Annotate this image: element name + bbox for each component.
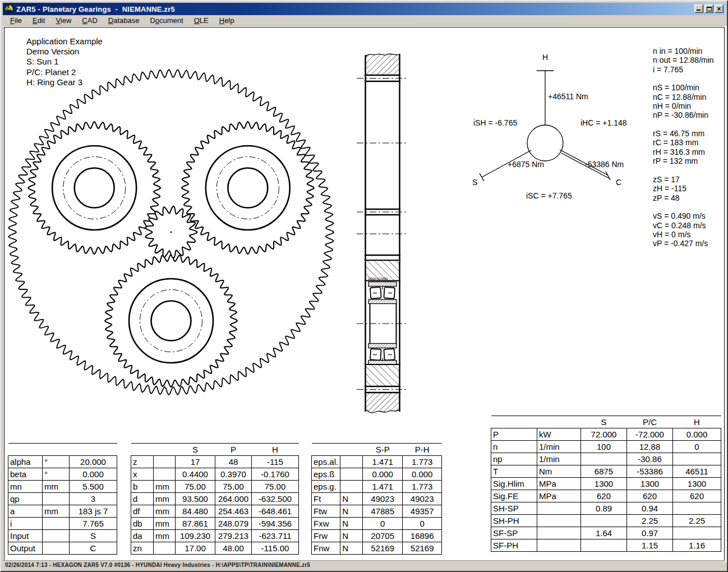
text-line: nS = 100/min [653,83,714,92]
table-cell: S [70,530,117,542]
table-cell: 48 [215,456,252,468]
table-row: FrwN2070516896 [312,530,442,542]
table-cell: 0.97 [627,527,673,539]
table-cell: 12.88 [627,441,673,453]
table-cell: 1300 [581,478,627,490]
table-cell: 75.00 [252,481,299,493]
table-row: PkW72.000-72.0000.000 [491,428,721,441]
table-cell: mm [154,530,176,542]
shaft-section-view [357,54,408,413]
table-cell: eps.al. [312,456,340,468]
text-line: rS = 46.75 mm [653,129,714,138]
table-cell: n [491,441,537,453]
table-row: zn17.0048.00-115.00 [131,542,299,555]
table-cell: Input [8,530,43,542]
table-cell: mm [154,518,176,530]
menu-database[interactable]: Database [106,16,142,25]
table-cell: z [131,456,154,468]
menu-ole[interactable]: OLE [192,16,211,25]
table-row [8,444,117,456]
table-cell: 1.16 [673,539,721,552]
table-cell: zn [131,542,154,555]
table-cell: beta [8,468,43,481]
window-controls: × [693,4,724,13]
table-cell: 20.000 [70,456,117,468]
table-cell: P/C [627,416,673,428]
table-cell [312,444,340,456]
menu-edit[interactable]: Edit [30,16,47,25]
table-cell: P [215,444,252,456]
table-cell: 20705 [363,530,403,542]
table-cell: -632.500 [252,493,299,505]
table-row: SPH [131,444,299,456]
menu-help[interactable]: Help [217,16,237,25]
minimize-button[interactable] [694,4,703,13]
menu-cad[interactable]: CAD [80,16,99,25]
table-row: SP/CH [491,416,721,428]
app-icon-graphic [4,4,13,13]
table-cell: 0.000 [363,468,403,481]
text-line: rC = 183 mm [653,138,714,147]
table-cell: 52169 [403,542,442,555]
schematic-node-s: S [472,178,477,187]
menu-document[interactable]: Document [148,16,185,25]
table-cell: SF-PH [491,539,537,552]
schematic-ratio-hc: iHC = +1.148 [580,118,627,127]
table-cell: df [131,505,154,518]
sun-center-mark [171,232,172,233]
table-cell [491,416,537,428]
app-icon [4,4,13,13]
maximize-button[interactable] [704,4,713,13]
table-row: bmm75.0075.0075.00 [131,481,299,493]
table-cell: np [491,453,537,465]
table-cell: H [673,416,721,428]
table-cell: 48.00 [215,542,252,555]
table-row: qp3 [8,493,117,505]
text-line: nH = 0/min [653,102,714,110]
table-cell: 1300 [673,478,721,490]
table-cell: 84.480 [176,505,215,518]
table-row: np1/min-30.86 [491,453,721,465]
table-cell: 49023 [403,493,442,505]
table-cell: i [8,518,43,530]
results-text-block: n in = 100/minn out = 12.88/mini = 7.765… [653,47,714,248]
table-cell: 17 [176,456,215,468]
text-line: Application Example [26,36,103,47]
table-cell [537,502,581,515]
table-cell: N [340,518,363,530]
menu-file[interactable]: File [8,16,24,25]
table-cell: 47885 [363,505,403,518]
table-cell: -594.356 [252,518,299,530]
maximize-icon [707,7,712,11]
close-button[interactable]: × [715,4,724,13]
table-cell: Fnw [312,542,340,555]
table-cell: 46511 [673,465,721,478]
table-row: dfmm84.480254.463-648.461 [131,505,299,518]
table-cell [43,530,70,542]
table-cell: Ftw [312,505,340,518]
table-cell: SH-SP [491,502,537,515]
mesh-forces-table: S-PP-Heps.al.1.4711.773eps.ß0.0000.000ep… [311,443,442,555]
table-cell [154,456,176,468]
table-cell: 3 [70,493,117,505]
table-cell: Fxw [312,518,340,530]
table-cell: mm [154,481,176,493]
table-cell [154,542,176,555]
table-row: eps.ß0.0000.000 [312,468,442,481]
table-cell: mm [43,505,70,518]
table-row: InputS [8,530,117,542]
table-row: Sig.FEMPa620620620 [491,490,721,502]
table-cell [537,539,581,552]
schematic-ratio-sc: iSC = +7.765 [526,191,572,200]
table-cell: 100 [581,441,627,453]
table-row: mnmm5.500 [8,481,117,493]
table-cell [8,444,43,456]
table-cell [154,468,176,481]
menu-view[interactable]: View [53,16,73,25]
table-row: eps.al.1.4711.773 [312,456,442,468]
text-line [653,120,714,129]
text-line: nP = -30.86/min [653,110,714,119]
table-row: amm183 js 7 [8,505,117,518]
table-cell: 0.000 [70,468,117,481]
basic-data-table: alpha°20.000beta°0.000mnmm5.500qp3amm183… [8,443,117,555]
